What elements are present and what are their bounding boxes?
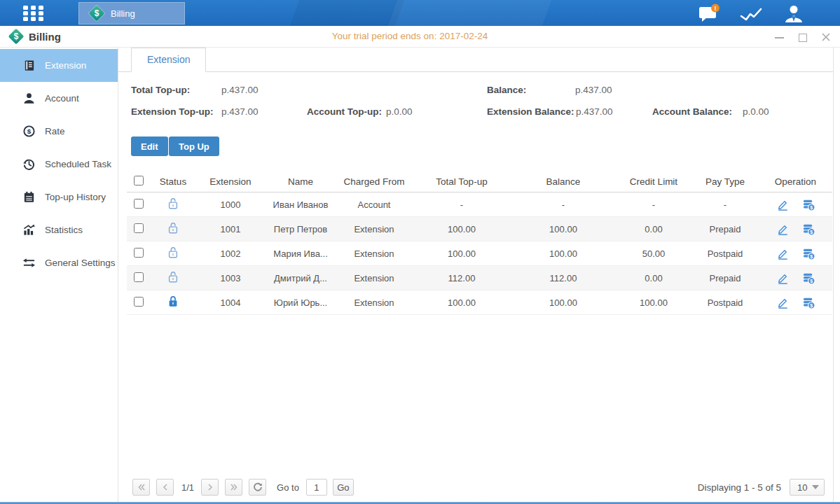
notepad-icon	[22, 190, 36, 204]
col-status: Status	[151, 176, 195, 187]
page-indicator: 1/1	[181, 482, 194, 493]
cell-extension: 1003	[195, 273, 266, 284]
extension-balance-label: Extension Balance:	[487, 106, 574, 117]
lock-open-icon	[167, 221, 179, 234]
first-page-button[interactable]	[132, 479, 150, 496]
goto-label: Go to	[277, 482, 299, 493]
col-name: Name	[266, 176, 336, 187]
prev-page-button[interactable]	[156, 479, 174, 496]
topup-coins-icon[interactable]: $	[802, 247, 815, 260]
cell-charged-from: Extension	[336, 224, 413, 234]
cell-extension: 1004	[195, 298, 266, 308]
maximize-icon[interactable]	[797, 31, 808, 43]
table-header-row: Status Extension Name Charged From Total…	[127, 172, 832, 192]
cell-balance: 100.00	[511, 298, 616, 308]
cell-name: Юрий Юрь...	[266, 298, 336, 308]
topup-coins-icon[interactable]: $	[802, 223, 815, 236]
lock-open-icon	[167, 246, 179, 259]
edit-pencil-icon[interactable]	[776, 198, 790, 211]
cell-credit-limit: 0.00	[616, 224, 691, 234]
row-checkbox[interactable]	[134, 223, 144, 233]
edit-pencil-icon[interactable]	[776, 272, 790, 285]
page-size-dropdown[interactable]: 10	[790, 479, 825, 496]
sidebar-item-extension[interactable]: Extension	[0, 49, 118, 82]
minimize-icon[interactable]	[774, 31, 785, 43]
cell-total-topup: 100.00	[413, 298, 511, 308]
sidebar-item-account[interactable]: Account	[0, 82, 118, 115]
ledger-icon	[22, 59, 36, 72]
sidebar-item-statistics[interactable]: Statistics	[0, 214, 118, 246]
goto-page-input[interactable]	[306, 479, 327, 496]
account-balance-value: p.0.00	[743, 106, 769, 117]
cell-pay-type: Prepaid	[691, 273, 759, 284]
account-topup-label: Account Top-up:	[307, 106, 382, 117]
chat-icon[interactable]: !	[696, 4, 723, 23]
total-topup-label: Total Top-up:	[131, 85, 190, 95]
cell-pay-type: Postpaid	[691, 248, 759, 259]
cell-credit-limit: 100.00	[616, 298, 691, 308]
select-all-checkbox[interactable]	[134, 176, 144, 186]
edit-button[interactable]: Edit	[131, 136, 168, 156]
sidebar-item-rate[interactable]: $ Rate	[0, 115, 118, 148]
row-checkbox[interactable]	[134, 297, 144, 307]
cell-total-topup: 100.00	[413, 224, 511, 234]
cell-total-topup: 100.00	[413, 248, 511, 259]
tab-bar: Extension	[118, 48, 833, 72]
notification-badge: !	[715, 5, 717, 12]
sliders-icon	[22, 256, 36, 270]
topup-coins-icon[interactable]: $	[802, 272, 815, 285]
row-checkbox[interactable]	[134, 272, 144, 282]
sidebar-item-label: Rate	[45, 126, 65, 136]
row-checkbox[interactable]	[134, 248, 144, 258]
cell-pay-type: Postpaid	[691, 298, 759, 308]
cell-charged-from: Extension	[336, 273, 413, 284]
cell-name: Иван Иванов	[266, 200, 336, 210]
extension-table: Status Extension Name Charged From Total…	[127, 172, 832, 315]
svg-text:$: $	[810, 302, 813, 308]
line-chart-icon[interactable]	[738, 4, 765, 23]
extension-topup-label: Extension Top-up:	[131, 106, 214, 117]
edit-pencil-icon[interactable]	[776, 296, 790, 309]
sidebar-item-label: Extension	[45, 60, 86, 71]
cell-name: Мария Ива...	[266, 248, 336, 259]
person-icon	[22, 92, 36, 105]
billing-diamond-icon: $	[89, 6, 104, 21]
displaying-text: Displaying 1 - 5 of 5	[698, 482, 781, 493]
user-icon[interactable]	[780, 4, 807, 23]
sidebar-item-scheduled-task[interactable]: Scheduled Task	[0, 148, 118, 181]
sidebar-item-topup-history[interactable]: Top-up History	[0, 181, 118, 214]
history-clock-icon	[22, 158, 36, 171]
cell-balance: 112.00	[511, 273, 616, 284]
cell-extension: 1002	[195, 248, 266, 259]
topbar-sheen	[385, 0, 554, 26]
last-page-button[interactable]	[225, 479, 242, 496]
app-launcher-grid-icon[interactable]	[23, 6, 51, 21]
sidebar-item-general-settings[interactable]: General Settings	[0, 246, 118, 279]
refresh-icon[interactable]	[249, 479, 266, 496]
table-row: 1002 Мария Ива... Extension 100.00 100.0…	[127, 241, 832, 266]
pagination-bar: 1/1 Go to Go Displaying 1 - 5 of 5 10	[132, 478, 825, 496]
sidebar-item-label: Statistics	[45, 225, 83, 235]
lock-open-icon	[167, 197, 179, 210]
table-row: 1004 Юрий Юрь... Extension 100.00 100.00…	[127, 290, 832, 315]
next-page-button[interactable]	[201, 479, 219, 496]
edit-pencil-icon[interactable]	[776, 247, 790, 260]
row-checkbox[interactable]	[134, 199, 144, 209]
taskbar-tab-billing[interactable]: $ Billing	[78, 2, 185, 24]
extension-balance-value: p.437.00	[576, 106, 613, 117]
balance-label: Balance:	[487, 85, 526, 95]
page-size-value: 10	[797, 482, 807, 493]
desktop-topbar: $ Billing !	[0, 0, 840, 26]
lock-open-icon	[167, 270, 179, 284]
tab-extension[interactable]: Extension	[131, 48, 206, 72]
taskbar-tab-label: Billing	[111, 8, 135, 19]
go-button[interactable]: Go	[333, 479, 354, 496]
topup-coins-icon[interactable]: $	[802, 296, 815, 309]
topup-coins-icon[interactable]: $	[802, 198, 815, 211]
edit-pencil-icon[interactable]	[776, 223, 790, 236]
total-topup-value: p.437.00	[221, 85, 259, 95]
top-up-button[interactable]: Top Up	[169, 136, 219, 156]
col-credit-limit: Credit Limit	[616, 176, 691, 187]
table-row: 1001 Петр Петров Extension 100.00 100.00…	[127, 217, 832, 241]
close-icon[interactable]	[820, 31, 832, 43]
